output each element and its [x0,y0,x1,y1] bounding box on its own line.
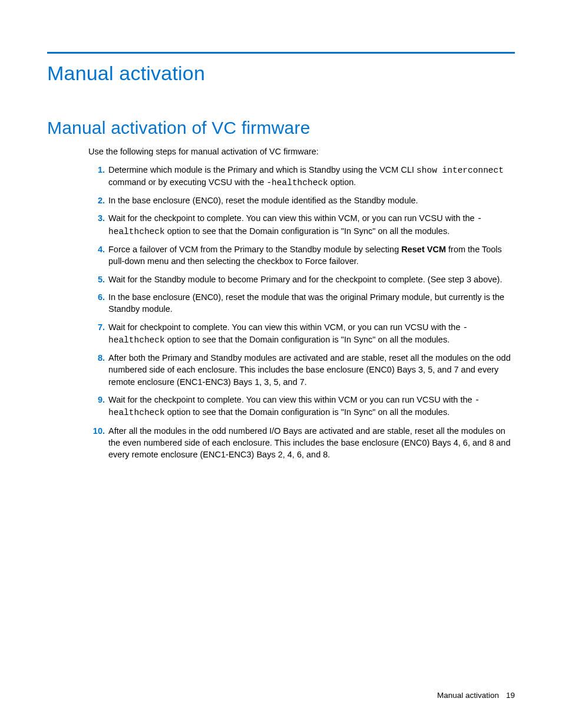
bold-text: Reset VCM [401,245,446,254]
page-footer: Manual activation19 [437,691,515,700]
page: Manual activation Manual activation of V… [0,0,562,728]
step-9: Wait for the checkpoint to complete. You… [88,394,515,419]
step-text: command or by executing VCSU with the [108,177,266,187]
step-text: Determine which module is the Primary an… [108,165,416,174]
step-text: In the base enclosure (ENC0), reset the … [108,196,418,205]
intro-paragraph: Use the following steps for manual activ… [88,146,515,158]
section-title-h2: Manual activation of VC firmware [47,118,515,138]
footer-page-number: 19 [506,691,515,700]
step-text: Wait for checkpoint to complete. You can… [108,322,463,332]
footer-section-name: Manual activation [437,691,499,700]
step-2: In the base enclosure (ENC0), reset the … [88,195,515,206]
step-text: option to see that the Domain configurat… [165,226,449,236]
step-8: After both the Primary and Standby modul… [88,352,515,388]
steps-list: Determine which module is the Primary an… [88,164,515,461]
code-snippet: -healthcheck [266,178,328,187]
step-7: Wait for checkpoint to complete. You can… [88,321,515,347]
step-text: option. [328,177,356,187]
step-text: option to see that the Domain configurat… [165,407,449,417]
step-text: Wait for the checkpoint to complete. You… [108,213,477,223]
step-text: After both the Primary and Standby modul… [108,353,511,387]
top-rule [47,52,515,54]
step-text: Wait for the checkpoint to complete. You… [108,395,475,404]
step-3: Wait for the checkpoint to complete. You… [88,212,515,238]
code-snippet: show interconnect [416,166,504,175]
step-text: Force a failover of VCM from the Primary… [108,245,401,254]
step-6: In the base enclosure (ENC0), reset the … [88,291,515,315]
step-text: After all the modules in the odd numbere… [108,426,510,460]
step-text: In the base enclosure (ENC0), reset the … [108,292,504,314]
step-5: Wait for the Standby module to become Pr… [88,274,515,285]
step-text: option to see that the Domain configurat… [165,335,449,344]
step-4: Force a failover of VCM from the Primary… [88,243,515,268]
step-text: Wait for the Standby module to become Pr… [108,275,502,284]
step-10: After all the modules in the odd numbere… [88,425,515,461]
page-title-h1: Manual activation [47,62,515,85]
step-1: Determine which module is the Primary an… [88,164,515,189]
